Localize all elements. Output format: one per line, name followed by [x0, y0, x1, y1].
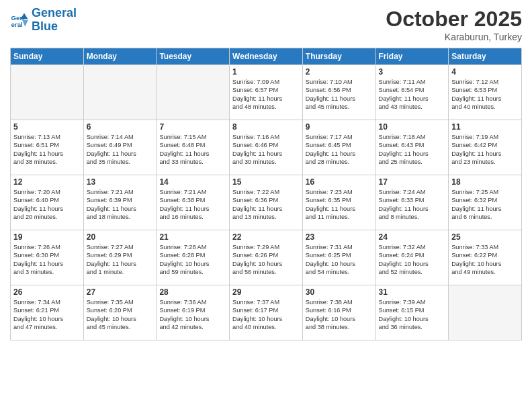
day-number: 15: [232, 177, 300, 187]
weekday-header-friday: Friday: [375, 48, 449, 65]
day-number: 19: [13, 232, 81, 242]
calendar-cell: 31Sunrise: 7:39 AM Sunset: 6:15 PM Dayli…: [375, 285, 449, 340]
day-info: Sunrise: 7:17 AM Sunset: 6:45 PM Dayligh…: [306, 133, 373, 167]
calendar-cell: 21Sunrise: 7:28 AM Sunset: 6:28 PM Dayli…: [157, 230, 230, 285]
day-number: 29: [232, 287, 300, 297]
calendar-cell: 18Sunrise: 7:25 AM Sunset: 6:32 PM Dayli…: [449, 175, 522, 230]
calendar-table: SundayMondayTuesdayWednesdayThursdayFrid…: [10, 48, 522, 340]
calendar-week-1: 1Sunrise: 7:09 AM Sunset: 6:57 PM Daylig…: [11, 65, 522, 120]
day-info: Sunrise: 7:27 AM Sunset: 6:29 PM Dayligh…: [87, 243, 154, 277]
calendar-cell: 30Sunrise: 7:38 AM Sunset: 6:16 PM Dayli…: [302, 285, 375, 340]
calendar-cell: 2Sunrise: 7:10 AM Sunset: 6:56 PM Daylig…: [302, 65, 375, 120]
day-number: 16: [306, 177, 373, 187]
day-number: 2: [306, 67, 373, 77]
month-title: October 2025: [386, 7, 522, 32]
day-number: 3: [379, 67, 446, 77]
day-info: Sunrise: 7:23 AM Sunset: 6:35 PM Dayligh…: [306, 188, 373, 222]
calendar-cell: 17Sunrise: 7:24 AM Sunset: 6:33 PM Dayli…: [375, 175, 449, 230]
logo: Gen eral GeneralBlue: [10, 7, 77, 34]
day-info: Sunrise: 7:36 AM Sunset: 6:19 PM Dayligh…: [159, 298, 226, 332]
day-info: Sunrise: 7:28 AM Sunset: 6:28 PM Dayligh…: [159, 243, 226, 277]
day-info: Sunrise: 7:15 AM Sunset: 6:48 PM Dayligh…: [159, 133, 226, 167]
calendar-cell: [83, 65, 157, 120]
calendar-cell: 25Sunrise: 7:33 AM Sunset: 6:22 PM Dayli…: [449, 230, 522, 285]
calendar-week-4: 19Sunrise: 7:26 AM Sunset: 6:30 PM Dayli…: [11, 230, 522, 285]
day-info: Sunrise: 7:10 AM Sunset: 6:56 PM Dayligh…: [306, 78, 373, 111]
day-number: 17: [379, 177, 446, 187]
day-info: Sunrise: 7:29 AM Sunset: 6:26 PM Dayligh…: [232, 243, 300, 277]
weekday-header-saturday: Saturday: [449, 48, 522, 65]
calendar-cell: [157, 65, 230, 120]
day-info: Sunrise: 7:38 AM Sunset: 6:16 PM Dayligh…: [306, 298, 373, 332]
day-number: 13: [87, 177, 154, 187]
day-info: Sunrise: 7:24 AM Sunset: 6:33 PM Dayligh…: [379, 188, 446, 222]
day-number: 25: [451, 232, 519, 242]
day-info: Sunrise: 7:31 AM Sunset: 6:25 PM Dayligh…: [306, 243, 373, 277]
calendar-cell: 9Sunrise: 7:17 AM Sunset: 6:45 PM Daylig…: [302, 120, 375, 175]
day-number: 26: [13, 287, 81, 297]
day-number: 31: [379, 287, 446, 297]
day-number: 5: [13, 122, 81, 132]
weekday-header-tuesday: Tuesday: [157, 48, 230, 65]
weekday-row: SundayMondayTuesdayWednesdayThursdayFrid…: [11, 48, 522, 65]
calendar-cell: 1Sunrise: 7:09 AM Sunset: 6:57 PM Daylig…: [230, 65, 303, 120]
day-number: 8: [232, 122, 300, 132]
location-subtitle: Karaburun, Turkey: [386, 32, 522, 42]
calendar-week-2: 5Sunrise: 7:13 AM Sunset: 6:51 PM Daylig…: [11, 120, 522, 175]
day-info: Sunrise: 7:37 AM Sunset: 6:17 PM Dayligh…: [232, 298, 300, 332]
calendar-cell: 3Sunrise: 7:11 AM Sunset: 6:54 PM Daylig…: [375, 65, 449, 120]
calendar-cell: 13Sunrise: 7:21 AM Sunset: 6:39 PM Dayli…: [83, 175, 157, 230]
calendar-cell: 10Sunrise: 7:18 AM Sunset: 6:43 PM Dayli…: [375, 120, 449, 175]
title-block: October 2025 Karaburun, Turkey: [386, 7, 522, 42]
day-number: 10: [379, 122, 446, 132]
day-number: 30: [306, 287, 373, 297]
svg-text:eral: eral: [11, 21, 23, 28]
day-info: Sunrise: 7:19 AM Sunset: 6:42 PM Dayligh…: [451, 133, 519, 167]
calendar-cell: 7Sunrise: 7:15 AM Sunset: 6:48 PM Daylig…: [157, 120, 230, 175]
day-number: 7: [159, 122, 226, 132]
calendar-cell: 4Sunrise: 7:12 AM Sunset: 6:53 PM Daylig…: [449, 65, 522, 120]
calendar-cell: [449, 285, 522, 340]
day-info: Sunrise: 7:34 AM Sunset: 6:21 PM Dayligh…: [13, 298, 81, 332]
day-number: 20: [87, 232, 154, 242]
calendar-week-5: 26Sunrise: 7:34 AM Sunset: 6:21 PM Dayli…: [11, 285, 522, 340]
day-info: Sunrise: 7:22 AM Sunset: 6:36 PM Dayligh…: [232, 188, 300, 222]
day-number: 18: [451, 177, 519, 187]
calendar-cell: 27Sunrise: 7:35 AM Sunset: 6:20 PM Dayli…: [83, 285, 157, 340]
calendar-cell: 24Sunrise: 7:32 AM Sunset: 6:24 PM Dayli…: [375, 230, 449, 285]
calendar-week-3: 12Sunrise: 7:20 AM Sunset: 6:40 PM Dayli…: [11, 175, 522, 230]
day-info: Sunrise: 7:26 AM Sunset: 6:30 PM Dayligh…: [13, 243, 81, 277]
calendar-cell: 28Sunrise: 7:36 AM Sunset: 6:19 PM Dayli…: [157, 285, 230, 340]
calendar-cell: 19Sunrise: 7:26 AM Sunset: 6:30 PM Dayli…: [11, 230, 84, 285]
calendar-cell: 12Sunrise: 7:20 AM Sunset: 6:40 PM Dayli…: [11, 175, 84, 230]
day-number: 14: [159, 177, 226, 187]
calendar-cell: 26Sunrise: 7:34 AM Sunset: 6:21 PM Dayli…: [11, 285, 84, 340]
calendar-cell: 11Sunrise: 7:19 AM Sunset: 6:42 PM Dayli…: [449, 120, 522, 175]
day-number: 23: [306, 232, 373, 242]
day-info: Sunrise: 7:11 AM Sunset: 6:54 PM Dayligh…: [379, 78, 446, 111]
svg-marker-3: [22, 20, 28, 27]
day-info: Sunrise: 7:21 AM Sunset: 6:38 PM Dayligh…: [159, 188, 226, 222]
day-info: Sunrise: 7:21 AM Sunset: 6:39 PM Dayligh…: [87, 188, 154, 222]
logo-icon: Gen eral: [10, 11, 29, 30]
calendar-header: SundayMondayTuesdayWednesdayThursdayFrid…: [11, 48, 522, 65]
day-number: 21: [159, 232, 226, 242]
day-info: Sunrise: 7:25 AM Sunset: 6:32 PM Dayligh…: [451, 188, 519, 222]
day-info: Sunrise: 7:09 AM Sunset: 6:57 PM Dayligh…: [232, 78, 300, 111]
weekday-header-monday: Monday: [83, 48, 157, 65]
day-number: 9: [306, 122, 373, 132]
day-info: Sunrise: 7:12 AM Sunset: 6:53 PM Dayligh…: [451, 78, 519, 111]
day-number: 24: [379, 232, 446, 242]
calendar-cell: 16Sunrise: 7:23 AM Sunset: 6:35 PM Dayli…: [302, 175, 375, 230]
day-number: 22: [232, 232, 300, 242]
day-number: 1: [232, 67, 300, 77]
calendar-cell: 22Sunrise: 7:29 AM Sunset: 6:26 PM Dayli…: [230, 230, 303, 285]
day-number: 11: [451, 122, 519, 132]
day-info: Sunrise: 7:20 AM Sunset: 6:40 PM Dayligh…: [13, 188, 81, 222]
day-info: Sunrise: 7:14 AM Sunset: 6:49 PM Dayligh…: [87, 133, 154, 167]
calendar-cell: 14Sunrise: 7:21 AM Sunset: 6:38 PM Dayli…: [157, 175, 230, 230]
day-info: Sunrise: 7:33 AM Sunset: 6:22 PM Dayligh…: [451, 243, 519, 277]
weekday-header-thursday: Thursday: [302, 48, 375, 65]
day-number: 6: [87, 122, 154, 132]
day-info: Sunrise: 7:18 AM Sunset: 6:43 PM Dayligh…: [379, 133, 446, 167]
